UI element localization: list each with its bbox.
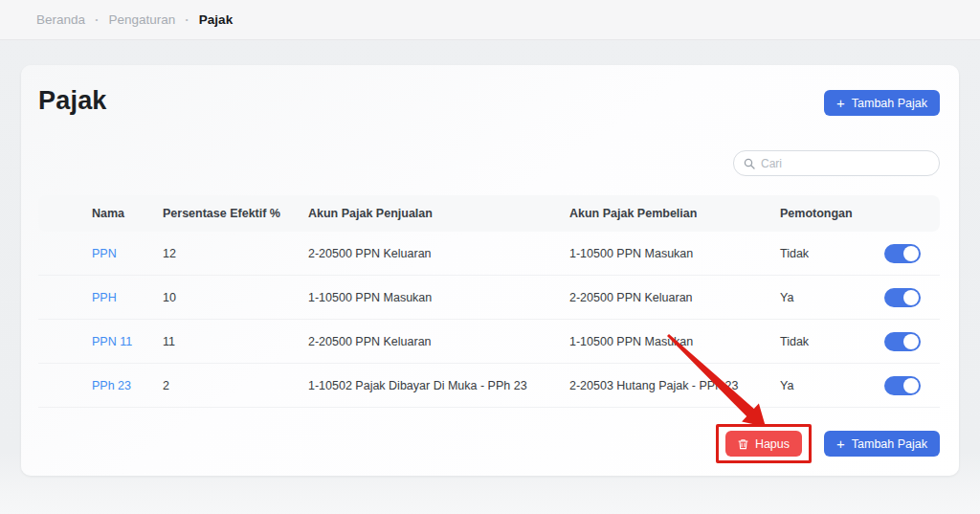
delete-button-label: Hapus (755, 437, 790, 451)
cell-akun-pembelian: 2-20503 Hutang Pajak - PPh 23 (555, 379, 766, 392)
breadcrumb: Beranda · Pengaturan · Pajak (36, 12, 233, 27)
cell-akun-penjualan: 2-20500 PPN Keluaran (294, 335, 555, 348)
cell-akun-pembelian: 1-10500 PPN Masukan (555, 247, 766, 260)
add-tax-button-top[interactable]: + Tambah Pajak (824, 90, 940, 116)
cell-akun-penjualan: 1-10502 Pajak Dibayar Di Muka - PPh 23 (294, 379, 555, 392)
tax-table-body: PPN 12 2-20500 PPN Keluaran 1-10500 PPN … (38, 232, 940, 408)
toggle-knob (903, 246, 919, 261)
cell-persentase: 2 (148, 379, 294, 392)
search-input[interactable] (761, 157, 929, 170)
cell-toggle (864, 244, 940, 263)
cell-persentase: 10 (148, 291, 294, 304)
breadcrumb-pengaturan[interactable]: Pengaturan (109, 12, 176, 27)
search-box[interactable] (733, 150, 940, 176)
tax-settings-card: Pajak + Tambah Pajak Nama Persentase Efe… (21, 65, 959, 476)
table-row: PPN 11 11 2-20500 PPN Keluaran 1-10500 P… (38, 320, 940, 364)
cell-akun-pembelian: 1-10500 PPN Masukan (555, 335, 766, 348)
row-toggle[interactable] (884, 376, 921, 395)
add-tax-button-label: Tambah Pajak (852, 97, 927, 110)
tax-name-link[interactable]: PPH (38, 291, 148, 304)
toggle-knob (903, 290, 919, 305)
topbar: Beranda · Pengaturan · Pajak (0, 0, 980, 40)
plus-icon: + (836, 96, 845, 110)
search-icon (744, 158, 755, 169)
toggle-knob (903, 378, 919, 393)
plus-icon: + (836, 436, 845, 451)
cell-toggle (864, 376, 940, 395)
cell-persentase: 11 (148, 335, 294, 348)
page-title: Pajak (38, 86, 107, 116)
row-toggle[interactable] (884, 332, 921, 351)
tax-name-link[interactable]: PPh 23 (38, 379, 148, 392)
tax-name-link[interactable]: PPN (38, 247, 148, 260)
table-row: PPh 23 2 1-10502 Pajak Dibayar Di Muka -… (38, 364, 940, 408)
breadcrumb-separator: · (95, 12, 100, 27)
add-tax-button-label: Tambah Pajak (852, 437, 927, 451)
cell-pemotongan: Ya (766, 379, 864, 392)
cell-toggle (864, 332, 940, 351)
row-toggle[interactable] (884, 244, 921, 263)
trash-icon (738, 438, 748, 450)
cell-akun-pembelian: 2-20500 PPN Keluaran (555, 291, 766, 304)
column-header-akun-pembelian: Akun Pajak Pembelian (555, 207, 766, 220)
column-header-nama: Nama (38, 207, 148, 220)
cell-akun-penjualan: 1-10500 PPN Masukan (294, 291, 555, 304)
row-toggle[interactable] (884, 288, 921, 307)
table-row: PPN 12 2-20500 PPN Keluaran 1-10500 PPN … (38, 232, 940, 276)
toggle-knob (903, 334, 919, 349)
delete-button[interactable]: Hapus (725, 431, 802, 457)
breadcrumb-pajak-current: Pajak (199, 12, 233, 27)
column-header-persentase: Persentase Efektif % (148, 207, 294, 220)
cell-akun-penjualan: 2-20500 PPN Keluaran (294, 247, 555, 260)
tax-name-link[interactable]: PPN 11 (38, 335, 148, 348)
cell-pemotongan: Tidak (766, 247, 864, 260)
column-header-akun-penjualan: Akun Pajak Penjualan (294, 207, 555, 220)
table-row: PPH 10 1-10500 PPN Masukan 2-20500 PPN K… (38, 276, 940, 320)
annotation-highlight-box: Hapus (716, 424, 812, 463)
card-footer: Hapus + Tambah Pajak (716, 424, 940, 463)
cell-pemotongan: Ya (766, 291, 864, 304)
table-header-row: Nama Persentase Efektif % Akun Pajak Pen… (38, 195, 940, 232)
add-tax-button-bottom[interactable]: + Tambah Pajak (824, 431, 940, 457)
tax-table: Nama Persentase Efektif % Akun Pajak Pen… (38, 195, 940, 408)
breadcrumb-beranda[interactable]: Beranda (36, 12, 85, 27)
cell-persentase: 12 (148, 247, 294, 260)
cell-pemotongan: Tidak (766, 335, 864, 348)
breadcrumb-separator: · (185, 12, 189, 27)
cell-toggle (864, 288, 940, 307)
column-header-pemotongan: Pemotongan (766, 207, 864, 220)
